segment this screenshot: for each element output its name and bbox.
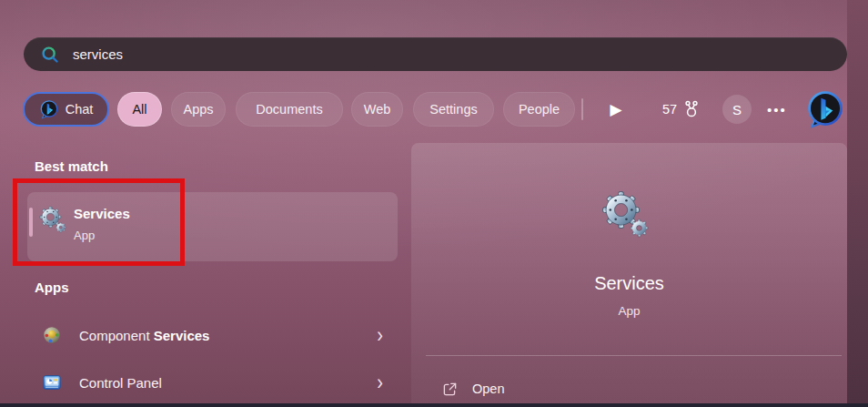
desktop-wallpaper-strip	[847, 0, 868, 407]
list-item-component-services[interactable]: Component Services ›	[27, 315, 398, 355]
control-panel-icon	[42, 372, 62, 392]
play-icon[interactable]: ▶	[602, 92, 630, 127]
preview-panel: Services App Open	[411, 143, 847, 407]
tab-web-label: Web	[364, 102, 391, 117]
tab-web[interactable]: Web	[351, 92, 403, 127]
user-avatar[interactable]: S	[722, 95, 752, 124]
tab-all-label: All	[132, 102, 146, 117]
chevron-right-icon[interactable]: ›	[377, 324, 383, 346]
divider	[426, 355, 842, 356]
preview-subtitle: App	[411, 304, 847, 318]
avatar-initial: S	[732, 102, 742, 117]
list-item-control-panel[interactable]: Control Panel ›	[27, 362, 398, 402]
open-action[interactable]: Open	[426, 368, 835, 407]
play-glyph: ▶	[610, 100, 621, 119]
tab-settings-label: Settings	[429, 102, 477, 117]
tab-chat-label: Chat	[66, 102, 94, 117]
services-gears-icon-large	[600, 188, 652, 241]
preview-title: Services	[411, 273, 847, 294]
tabs-overflow-separator	[581, 98, 583, 120]
list-item-label: Component Services	[79, 328, 209, 343]
bing-logo-icon[interactable]	[805, 89, 845, 129]
taskbar-edge	[0, 403, 868, 407]
tab-documents-label: Documents	[256, 102, 322, 117]
chevron-right-icon[interactable]: ›	[377, 371, 383, 393]
tab-all[interactable]: All	[117, 92, 162, 127]
tab-apps-label: Apps	[183, 102, 213, 117]
tab-apps[interactable]: Apps	[171, 92, 226, 127]
component-services-icon	[42, 325, 62, 345]
tab-settings[interactable]: Settings	[413, 92, 494, 127]
more-options-icon[interactable]: •••	[767, 92, 787, 127]
open-label: Open	[472, 382, 504, 396]
search-icon	[40, 45, 60, 65]
open-external-icon	[442, 382, 458, 397]
more-glyph: •••	[767, 102, 787, 117]
start-search-flyout: services Chat All Apps Documents Web Set…	[0, 0, 868, 407]
search-input[interactable]: services	[73, 46, 123, 62]
red-annotation-box	[13, 178, 185, 266]
bing-chat-icon	[39, 99, 59, 119]
tab-people-label: People	[519, 102, 560, 117]
apps-section-header: Apps	[35, 280, 69, 295]
list-item-label: Control Panel	[79, 375, 162, 391]
tab-documents[interactable]: Documents	[236, 92, 343, 127]
rewards-count: 57	[662, 102, 677, 117]
tab-people[interactable]: People	[503, 92, 575, 127]
rewards-medal-icon	[682, 100, 701, 118]
best-match-header: Best match	[35, 158, 108, 174]
rewards-counter[interactable]: 57	[662, 92, 701, 127]
tab-chat[interactable]: Chat	[23, 92, 109, 127]
search-bar[interactable]: services	[24, 37, 847, 71]
